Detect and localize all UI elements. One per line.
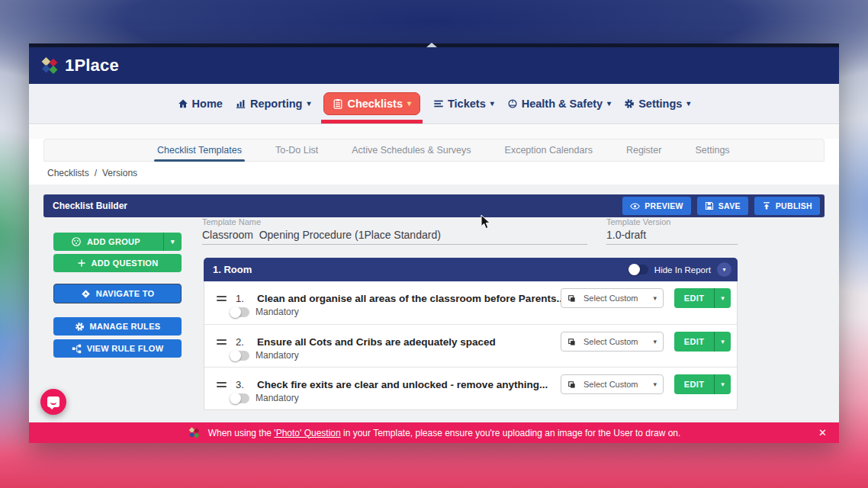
edit-button[interactable]: EDIT ▾	[674, 332, 731, 352]
chevron-down-icon: ▾	[653, 381, 657, 388]
nav-label: Checklists	[347, 98, 403, 110]
template-name-input[interactable]	[202, 229, 587, 245]
toggle-knob	[628, 264, 640, 275]
chevron-down-icon[interactable]: ▾	[714, 374, 731, 394]
template-version-label: Template Version	[606, 217, 670, 226]
breadcrumb: Checklists / Versions	[29, 162, 839, 185]
drag-handle-icon[interactable]	[217, 294, 227, 303]
list-icon	[433, 98, 444, 109]
select-custom-dropdown[interactable]: Select Custom ▾	[561, 374, 664, 394]
chevron-down-icon[interactable]: ▾	[714, 332, 731, 352]
group-title: 1. Room	[213, 264, 252, 275]
template-version-input[interactable]	[606, 229, 738, 245]
save-label: SAVE	[719, 201, 741, 210]
select-custom-label: Select Custom	[583, 337, 638, 346]
nav-item-settings[interactable]: Settings ▾	[624, 98, 690, 110]
chevron-down-icon[interactable]: ▾	[163, 233, 182, 251]
notification-text: When using the 'Photo' Question in your …	[208, 428, 681, 438]
chevron-down-icon: ▾	[653, 339, 657, 345]
breadcrumb-versions[interactable]: Versions	[102, 168, 137, 178]
select-custom-dropdown[interactable]: Select Custom ▾	[561, 288, 664, 308]
edit-button[interactable]: EDIT ▾	[674, 374, 731, 394]
save-button[interactable]: SAVE	[697, 197, 748, 215]
add-group-main: ADD GROUP	[53, 236, 158, 247]
navigate-diamond-icon	[81, 289, 91, 299]
tab-exception-calendars[interactable]: Exception Calendars	[505, 140, 593, 161]
toggle-knob	[230, 350, 241, 361]
question-text: Ensure all Cots and Cribs are adequately…	[257, 336, 561, 348]
tab-register[interactable]: Register	[626, 140, 662, 161]
bar-chart-icon	[236, 98, 246, 109]
brand-logo[interactable]: 1Place	[40, 56, 119, 75]
add-question-button[interactable]: ADD QUESTION	[53, 254, 182, 272]
question-row: 2. Ensure all Cots and Cribs are adequat…	[204, 324, 737, 367]
chevron-down-icon: ▾	[607, 100, 611, 108]
close-icon[interactable]: ✕	[818, 422, 827, 443]
chevron-down-icon: ▾	[653, 295, 657, 302]
add-group-label: ADD GROUP	[87, 237, 140, 246]
chevron-down-icon[interactable]: ▾	[714, 288, 731, 308]
edit-label: EDIT	[674, 374, 714, 394]
photo-question-link[interactable]: 'Photo' Question	[274, 428, 340, 438]
toggle-knob	[230, 307, 241, 318]
nav-item-reporting[interactable]: Reporting ▾	[236, 98, 311, 110]
tab-checklist-templates[interactable]: Checklist Templates	[157, 140, 242, 161]
select-custom-label: Select Custom	[583, 294, 638, 303]
edit-label: EDIT	[674, 332, 714, 352]
question-text: Check fire exits are clear and unlocked …	[257, 379, 561, 390]
chat-widget-button[interactable]	[40, 389, 66, 415]
tab-active-schedules-surveys[interactable]: Active Schedules & Surveys	[352, 140, 471, 161]
stack-icon	[567, 380, 576, 389]
view-rule-flow-label: VIEW RULE FLOW	[87, 344, 164, 353]
tab-todo-list[interactable]: To-Do List	[275, 140, 318, 161]
add-group-button[interactable]: ADD GROUP ▾	[53, 233, 182, 251]
edit-label: EDIT	[674, 288, 714, 308]
preview-button[interactable]: PREVIEW	[622, 197, 691, 215]
group-header: 1. Room Hide In Report ▾	[204, 258, 738, 281]
stack-icon	[567, 294, 576, 303]
spacer-strip	[29, 125, 839, 139]
question-number: 2.	[236, 336, 252, 348]
hide-in-report-toggle[interactable]	[628, 265, 648, 274]
nav-active-underline	[321, 120, 423, 124]
publish-upload-icon	[762, 201, 771, 210]
mandatory-label: Mandatory	[256, 350, 299, 361]
publish-button[interactable]: PUBLISH	[754, 197, 820, 215]
tab-settings[interactable]: Settings	[695, 140, 729, 161]
chat-bubble-icon	[47, 396, 59, 407]
mandatory-toggle[interactable]	[230, 307, 249, 317]
navigate-to-button[interactable]: NAVIGATE TO	[53, 284, 182, 303]
mandatory-toggle[interactable]	[230, 351, 249, 361]
question-row-bottom: Mandatory	[230, 307, 299, 317]
group-collapse-button[interactable]: ▾	[717, 262, 731, 277]
nav-item-checklists[interactable]: Checklists ▾	[323, 92, 420, 115]
toggle-knob	[230, 393, 241, 404]
main-navigation: Home Reporting ▾ Checklists ▾ Tickets ▾ …	[29, 84, 839, 124]
nav-item-checklists-wrap: Checklists ▾	[323, 84, 420, 124]
manage-rules-button[interactable]: MANAGE RULES	[53, 317, 182, 336]
pinwheel-logo-icon	[40, 56, 59, 75]
drag-handle-icon[interactable]	[217, 337, 227, 347]
nav-item-health-safety[interactable]: Health & Safety ▾	[507, 98, 611, 110]
eye-icon	[630, 201, 640, 211]
top-navbar: 1Place	[29, 47, 839, 84]
drag-handle-icon[interactable]	[217, 380, 227, 390]
mandatory-toggle[interactable]	[230, 393, 249, 403]
edit-button[interactable]: EDIT ▾	[674, 288, 731, 308]
select-custom-dropdown[interactable]: Select Custom ▾	[561, 332, 664, 352]
mandatory-label: Mandatory	[256, 307, 299, 317]
question-row-top: 3. Check fire exits are clear and unlock…	[217, 374, 731, 394]
question-row: 1. Clean and organise all areas of the c…	[204, 281, 737, 324]
group-header-controls: Hide In Report ▾	[628, 262, 731, 277]
brand-name: 1Place	[65, 56, 119, 75]
publish-label: PUBLISH	[776, 201, 812, 210]
breadcrumb-separator: /	[95, 168, 97, 178]
view-rule-flow-button[interactable]: VIEW RULE FLOW	[53, 339, 182, 358]
nav-item-tickets[interactable]: Tickets ▾	[433, 98, 494, 110]
nav-item-home[interactable]: Home	[178, 98, 223, 110]
plus-icon	[77, 258, 86, 268]
breadcrumb-checklists[interactable]: Checklists	[47, 168, 89, 178]
hide-in-report-label: Hide In Report	[654, 265, 711, 274]
builder-title: Checklist Builder	[53, 201, 127, 211]
gear-icon	[75, 322, 85, 332]
